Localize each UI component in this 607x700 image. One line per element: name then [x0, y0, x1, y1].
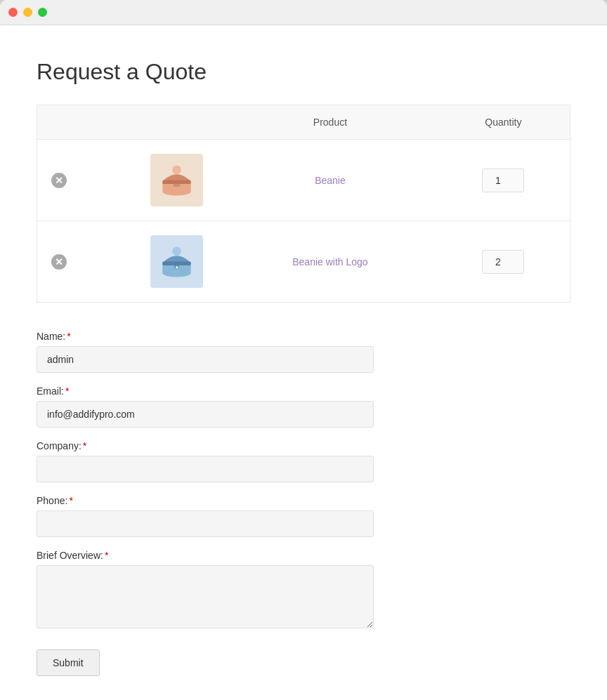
submit-button[interactable]: Submit — [37, 649, 100, 676]
phone-required-star: * — [69, 495, 72, 506]
brief-field-group: Brief Overview:* — [37, 550, 570, 631]
beanie-logo-name-cell: Beanie with Logo — [223, 221, 437, 303]
company-field-group: Company:* — [37, 440, 570, 482]
phone-field-group: Phone:* — [37, 495, 570, 537]
beanie-svg-icon — [157, 161, 196, 199]
beanie-logo-svg-icon: ★ — [157, 242, 196, 281]
name-input[interactable] — [37, 346, 374, 373]
name-required-star: * — [67, 331, 70, 342]
name-label-text: Name: — [37, 331, 65, 342]
remove-cell: ✕ — [37, 221, 131, 303]
remove-cell: ✕ — [37, 140, 131, 221]
app-window: Request a Quote Product Quantity ✕ — [0, 0, 607, 700]
table-row: ✕ — [37, 140, 570, 221]
beanie-image — [150, 154, 203, 206]
titlebar — [0, 0, 607, 25]
email-input[interactable] — [37, 401, 374, 428]
table-row: ✕ — [37, 221, 570, 303]
maximize-button[interactable] — [38, 8, 47, 17]
svg-point-3 — [172, 165, 181, 174]
brief-textarea[interactable] — [37, 565, 374, 628]
company-label-text: Company: — [37, 440, 81, 451]
beanie-image-cell — [130, 140, 223, 221]
remove-beanie-button[interactable]: ✕ — [51, 173, 67, 188]
beanie-logo-image: ★ — [150, 235, 203, 288]
beanie-logo-image-cell: ★ — [130, 221, 223, 303]
col-quantity-header: Quantity — [437, 105, 570, 140]
page-content: Request a Quote Product Quantity ✕ — [0, 25, 607, 700]
beanie-quantity-input[interactable] — [482, 169, 524, 192]
phone-label-text: Phone: — [37, 495, 67, 506]
beanie-logo-quantity-input[interactable] — [482, 250, 524, 274]
phone-input[interactable] — [37, 510, 374, 537]
svg-rect-4 — [174, 183, 180, 187]
quote-form: Name:* Email:* Company:* Phone:* — [37, 331, 570, 676]
company-input[interactable] — [37, 456, 374, 482]
close-button[interactable] — [8, 8, 18, 17]
remove-beanie-icon: ✕ — [51, 173, 67, 188]
beanie-logo-link[interactable]: Beanie with Logo — [292, 256, 367, 268]
remove-beanie-logo-button[interactable]: ✕ — [51, 254, 67, 270]
beanie-link[interactable]: Beanie — [315, 175, 346, 186]
remove-beanie-logo-icon: ✕ — [51, 254, 67, 270]
email-required-star: * — [65, 385, 69, 397]
beanie-name-cell: Beanie — [223, 140, 437, 221]
company-label: Company:* — [37, 440, 570, 451]
quote-table: Product Quantity ✕ — [37, 105, 570, 303]
email-field-group: Email:* — [37, 385, 570, 428]
company-required-star: * — [83, 440, 86, 451]
beanie-quantity-cell — [437, 140, 570, 221]
col-remove-header — [37, 105, 131, 140]
email-label: Email:* — [37, 385, 570, 397]
name-field-group: Name:* — [37, 331, 570, 373]
brief-label-text: Brief Overview: — [37, 550, 103, 561]
col-product-header: Product — [223, 105, 437, 140]
name-label: Name:* — [37, 331, 570, 342]
col-image-header — [130, 105, 223, 140]
svg-point-8 — [172, 246, 181, 256]
brief-label: Brief Overview:* — [37, 550, 570, 561]
email-label-text: Email: — [37, 385, 64, 397]
beanie-logo-quantity-cell — [437, 221, 570, 303]
phone-label: Phone:* — [37, 495, 570, 506]
page-title: Request a Quote — [37, 59, 570, 85]
brief-required-star: * — [105, 550, 108, 561]
minimize-button[interactable] — [23, 8, 32, 17]
